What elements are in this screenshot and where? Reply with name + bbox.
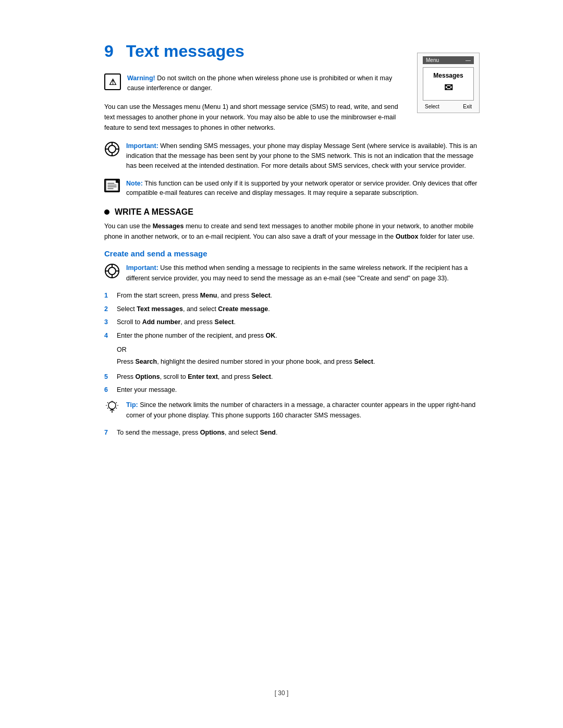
step-text-2: Select Text messages, and select Create …: [117, 304, 480, 314]
step-num-4: 4: [104, 331, 113, 341]
step-2: 2 Select Text messages, and select Creat…: [104, 304, 480, 314]
important-label-2: Important:: [126, 264, 158, 272]
chapter-title: Text messages: [126, 42, 244, 61]
chapter-number: 9: [104, 42, 114, 61]
tip-icon: [104, 400, 120, 416]
important-box-2: Important: Use this method when sending …: [104, 263, 480, 283]
svg-point-18: [108, 402, 116, 409]
step-text-4: Enter the phone number of the recipient,…: [117, 331, 480, 341]
step-num-7: 7: [104, 428, 113, 438]
step-5: 5 Press Options, scroll to Enter text, a…: [104, 372, 480, 382]
important-conn-icon-1: [104, 141, 120, 157]
phone-select-label: Select: [425, 104, 439, 109]
step-num-3: 3: [104, 317, 113, 327]
step-3: 3 Scroll to Add number, and press Select…: [104, 317, 480, 327]
bullet-dot: [104, 209, 109, 215]
warning-box: ⚠ Warning! Do not switch on the phone wh…: [104, 73, 407, 93]
step-num-2: 2: [104, 304, 113, 314]
steps-list-2: 5 Press Options, scroll to Enter text, a…: [104, 372, 480, 396]
note-text-1: Note: This function can be used only if …: [126, 179, 480, 199]
phone-footer: Select Exit: [423, 104, 474, 109]
important-body-2: Use this method when sending a message t…: [126, 264, 468, 281]
phone-menu-bar: Menu —: [423, 56, 474, 64]
phone-exit-label: Exit: [463, 104, 472, 109]
warning-icon: ⚠: [104, 73, 121, 90]
intro-section: Menu — Messages ✉ Select Exit ⚠ Warning!…: [104, 73, 480, 141]
svg-line-24: [107, 402, 108, 403]
note-label-1: Note:: [126, 180, 143, 187]
or-search-text: Press Search, highlight the desired numb…: [117, 357, 480, 367]
svg-line-28: [107, 408, 108, 409]
step-num-6: 6: [104, 385, 113, 395]
tip-label: Tip:: [126, 401, 138, 409]
svg-point-13: [108, 267, 116, 275]
page-number: [ 30 ]: [275, 689, 289, 697]
svg-rect-6: [106, 180, 118, 191]
step-text-7: To send the message, press Options, and …: [117, 428, 480, 438]
important-text-1: Important: When sending SMS messages, yo…: [126, 141, 480, 171]
or-divider: OR: [117, 346, 480, 353]
note-body-1: This function can be used only if it is …: [126, 180, 478, 197]
svg-point-1: [108, 145, 116, 153]
phone-menu-label: Menu: [426, 57, 439, 63]
step-num-5: 5: [104, 372, 113, 382]
write-message-title: WRITE A MESSAGE: [115, 207, 193, 217]
phone-mockup: Menu — Messages ✉ Select Exit: [417, 53, 480, 113]
phone-screen: Messages ✉: [423, 67, 474, 101]
page: 9 Text messages Menu — Messages ✉ Select…: [0, 0, 563, 728]
step-num-1: 1: [104, 291, 113, 301]
steps-list: 1 From the start screen, press Menu, and…: [104, 291, 480, 341]
note-icon-1: [104, 179, 120, 192]
important-text-2: Important: Use this method when sending …: [126, 263, 480, 283]
important-label-1: Important:: [126, 142, 158, 150]
warning-body: Do not switch on the phone when wireless…: [127, 75, 392, 92]
svg-line-25: [116, 402, 117, 403]
step-text-3: Scroll to Add number, and press Select.: [117, 317, 480, 327]
write-message-body: You can use the Messages menu to create …: [104, 221, 480, 242]
page-footer: [ 30 ]: [0, 689, 563, 697]
step-text-5: Press Options, scroll to Enter text, and…: [117, 372, 480, 382]
warning-label: Warning!: [127, 75, 155, 82]
svg-line-29: [116, 408, 117, 409]
phone-screen-label: Messages: [427, 72, 469, 79]
step-6: 6 Enter your message.: [104, 385, 480, 395]
phone-envelope-icon: ✉: [427, 81, 469, 94]
warning-text: Warning! Do not switch on the phone when…: [127, 73, 407, 93]
tip-box: Tip: Since the network limits the number…: [104, 400, 480, 421]
important-body-1: When sending SMS messages, your phone ma…: [126, 142, 477, 170]
tip-body: Since the network limits the number of c…: [126, 401, 475, 418]
write-message-section-header: WRITE A MESSAGE: [104, 207, 480, 217]
step-4: 4 Enter the phone number of the recipien…: [104, 331, 480, 341]
create-send-title: Create and send a message: [104, 249, 480, 258]
important-box-1: Important: When sending SMS messages, yo…: [104, 141, 480, 171]
step-text-6: Enter your message.: [117, 385, 480, 395]
steps-list-3: 7 To send the message, press Options, an…: [104, 428, 480, 438]
tip-text: Tip: Since the network limits the number…: [126, 400, 480, 421]
important-conn-icon-2: [104, 263, 120, 279]
step-7: 7 To send the message, press Options, an…: [104, 428, 480, 438]
step-1: 1 From the start screen, press Menu, and…: [104, 291, 480, 301]
note-box-1: Note: This function can be used only if …: [104, 179, 480, 199]
step-text-1: From the start screen, press Menu, and p…: [117, 291, 480, 301]
